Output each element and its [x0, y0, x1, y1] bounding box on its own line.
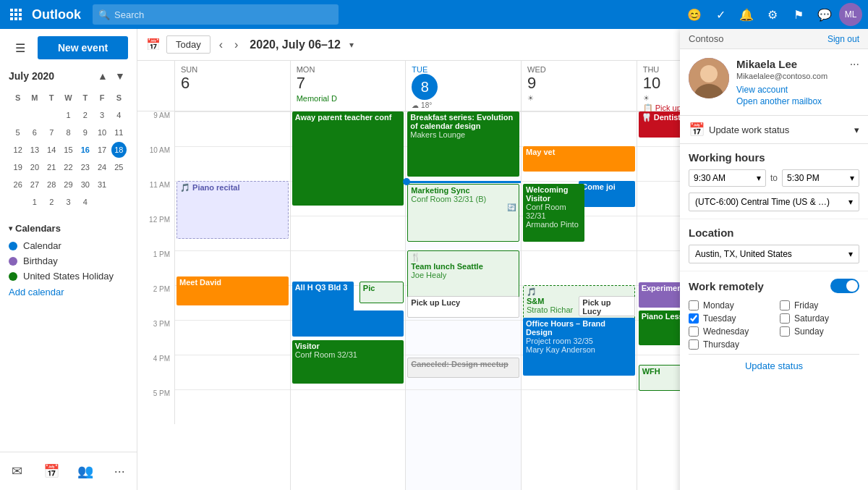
- cal-day[interactable]: 13: [27, 142, 42, 158]
- bell-icon[interactable]: 🔔: [735, 3, 758, 26]
- day-check-friday[interactable]: Friday: [780, 300, 859, 311]
- cal-day[interactable]: 1: [61, 107, 76, 123]
- cal-day[interactable]: 12: [10, 142, 25, 158]
- cal-day[interactable]: 16: [77, 142, 93, 158]
- cal-day[interactable]: 31: [94, 177, 109, 193]
- update-work-status-button[interactable]: Update work status ▾: [709, 124, 859, 135]
- calendar-item-us-holiday[interactable]: United States Holiday: [9, 269, 128, 284]
- calendar-item-birthday[interactable]: Birthday: [9, 253, 128, 269]
- mini-cal-prev[interactable]: ▲: [95, 68, 111, 84]
- cal-day[interactable]: 14: [44, 142, 59, 158]
- cal-day[interactable]: 24: [94, 159, 109, 175]
- saturday-checkbox[interactable]: [780, 313, 790, 324]
- event-pic[interactable]: Pic: [359, 282, 404, 303]
- cal-day-today[interactable]: 18: [111, 142, 127, 158]
- cal-day[interactable]: 3: [94, 107, 109, 123]
- event-may-vet[interactable]: May vet: [523, 146, 635, 172]
- cal-day[interactable]: 22: [61, 159, 76, 175]
- flag-icon[interactable]: ⚑: [787, 3, 810, 26]
- thursday-checkbox[interactable]: [689, 339, 699, 350]
- cal-day[interactable]: 23: [77, 159, 93, 175]
- work-remotely-toggle[interactable]: [830, 279, 859, 293]
- more-options-icon[interactable]: ···: [850, 58, 859, 71]
- calendars-header[interactable]: ▾ Calendars: [9, 223, 128, 234]
- cal-day[interactable]: 9: [77, 124, 93, 140]
- add-calendar-button[interactable]: Add calendar: [9, 284, 128, 300]
- event-team-lunch[interactable]: 🍴 Team lunch Seattle Joe Healy: [407, 250, 519, 301]
- prev-week-button[interactable]: ‹: [216, 35, 226, 54]
- next-week-button[interactable]: ›: [231, 35, 241, 54]
- cal-day[interactable]: 17: [94, 142, 109, 158]
- event-pickup-lucy-wed[interactable]: Pick up Lucy: [579, 296, 634, 316]
- search-box[interactable]: 🔍: [93, 4, 339, 25]
- event-visitor-mon[interactable]: Visitor Conf Room 32/31: [292, 340, 404, 384]
- checkmark-icon[interactable]: ✓: [709, 3, 732, 26]
- mail-icon[interactable]: ✉: [4, 458, 30, 484]
- event-all-h-q3[interactable]: All H Q3 Bld 3: [292, 282, 354, 332]
- cal-day[interactable]: 4: [111, 107, 127, 123]
- new-event-button[interactable]: New event: [38, 36, 128, 59]
- day-col-sun[interactable]: Meet David 🎵 Piano recital: [175, 111, 291, 490]
- cal-day[interactable]: 15: [61, 142, 76, 158]
- cal-day[interactable]: 4: [77, 194, 93, 210]
- event-marketing-sync[interactable]: Marketing Sync Conf Room 32/31 (B) 🔄: [407, 184, 519, 242]
- waffle-icon[interactable]: [6, 4, 26, 25]
- calendar-item-calendar[interactable]: Calendar: [9, 238, 128, 253]
- friday-checkbox[interactable]: [780, 300, 790, 311]
- cal-day[interactable]: [94, 194, 109, 210]
- day-col-mon[interactable]: Away parent teacher conf Pic Come joi Vi…: [291, 111, 407, 490]
- people-icon[interactable]: 👥: [72, 458, 98, 484]
- tuesday-checkbox[interactable]: [689, 313, 699, 324]
- hamburger-icon[interactable]: ☰: [9, 36, 32, 59]
- day-check-wednesday[interactable]: Wednesday: [689, 326, 768, 337]
- cal-day[interactable]: [27, 107, 42, 123]
- event-piano-recital[interactable]: 🎵 Piano recital: [176, 181, 289, 239]
- day-check-sunday[interactable]: Sunday: [780, 326, 859, 337]
- event-welcoming-visitor[interactable]: Welcoming Visitor Conf Room 32/31 Armand…: [523, 184, 584, 242]
- event-come-joi-wed[interactable]: Come joi: [579, 181, 634, 207]
- cal-day[interactable]: [44, 107, 59, 123]
- cal-day[interactable]: [111, 194, 127, 210]
- chat-icon[interactable]: 💬: [813, 3, 836, 26]
- cal-day[interactable]: 25: [111, 159, 127, 175]
- cal-day[interactable]: [10, 194, 25, 210]
- event-pickup-lucy-tue[interactable]: Pick up Lucy: [407, 296, 519, 318]
- cal-day[interactable]: 2: [44, 194, 59, 210]
- cal-day[interactable]: 20: [27, 159, 42, 175]
- day-check-thursday[interactable]: Thursday: [689, 339, 768, 350]
- search-input[interactable]: [114, 9, 333, 20]
- cal-day[interactable]: 28: [44, 177, 59, 193]
- cal-day[interactable]: 10: [94, 124, 109, 140]
- cal-day[interactable]: 6: [27, 124, 42, 140]
- event-canceled-meetup[interactable]: Canceled: Design meetup: [407, 358, 519, 378]
- timezone-select[interactable]: (UTC-6:00) Central Time (US & …) ▾: [689, 193, 859, 211]
- cal-day[interactable]: 1: [27, 194, 42, 210]
- cal-day[interactable]: 11: [111, 124, 127, 140]
- monday-checkbox[interactable]: [689, 300, 699, 311]
- cal-day[interactable]: [10, 107, 25, 123]
- event-away-conf[interactable]: Away parent teacher conf: [292, 111, 404, 206]
- day-header-memorial[interactable]: Memorial D: [297, 94, 400, 103]
- settings-icon[interactable]: ⚙: [761, 3, 784, 26]
- cal-day[interactable]: 29: [61, 177, 76, 193]
- day-check-saturday[interactable]: Saturday: [780, 313, 859, 324]
- sign-out-button[interactable]: Sign out: [827, 34, 859, 44]
- cal-day[interactable]: 2: [77, 107, 93, 123]
- cal-day[interactable]: 5: [10, 124, 25, 140]
- mini-cal-next[interactable]: ▼: [112, 68, 128, 84]
- day-col-tue[interactable]: Breakfast series: Evolution of calendar …: [406, 111, 522, 490]
- cal-day[interactable]: 7: [44, 124, 59, 140]
- wednesday-checkbox[interactable]: [689, 326, 699, 337]
- cal-day[interactable]: 21: [44, 159, 59, 175]
- today-button[interactable]: Today: [166, 35, 210, 54]
- day-col-wed[interactable]: May vet Come joi Welcoming Visitor Conf …: [522, 111, 637, 490]
- cal-day[interactable]: [111, 177, 127, 193]
- event-meet-david[interactable]: Meet David: [176, 276, 289, 305]
- event-office-hours[interactable]: Office Hours – Brand Design Project room…: [523, 318, 635, 376]
- cal-day[interactable]: 27: [27, 177, 42, 193]
- open-mailbox-link[interactable]: Open another mailbox: [736, 96, 843, 106]
- update-status-button[interactable]: Update status: [689, 354, 859, 377]
- sunday-checkbox[interactable]: [780, 326, 790, 337]
- start-time-select[interactable]: 9:30 AM ▾: [689, 169, 766, 187]
- location-select[interactable]: Austin, TX, United States ▾: [689, 245, 859, 263]
